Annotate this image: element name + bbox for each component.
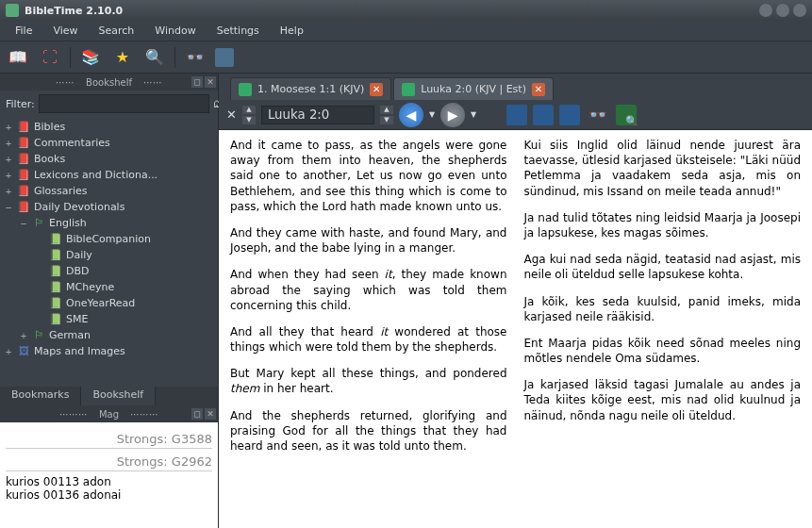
document-tabs: 1. Moosese 1:1 (KJV) ✕ Luuka 2:0 (KJV | … xyxy=(219,74,812,100)
book-icon xyxy=(402,83,415,96)
doc-tab-2[interactable]: Luuka 2:0 (KJV | Est) ✕ xyxy=(393,77,554,100)
app-icon xyxy=(6,4,19,17)
verse-left-3: And when they had seen it, they made kno… xyxy=(230,267,507,313)
tree-maps[interactable]: +🖼Maps and Images xyxy=(0,343,218,359)
filter-label: Filter: xyxy=(6,98,35,110)
verse-right-2: Ja nad tulid tõtates ning leidsid Maarja… xyxy=(524,210,802,240)
main-toolbar: 📖 ⛶ 📚 ★ 🔍 👓 xyxy=(0,41,812,74)
tab-bookshelf[interactable]: Bookshelf xyxy=(81,387,156,405)
title-bar: BibleTime 2.10.0 xyxy=(0,0,812,21)
content-area: 1. Moosese 1:1 (KJV) ✕ Luuka 2:0 (KJV | … xyxy=(219,74,812,528)
verse-left-2: And they came with haste, and found Mary… xyxy=(230,225,507,256)
tree-dev-biblecompanion[interactable]: 📗BibleCompanion xyxy=(0,231,218,247)
mag-title: Mag xyxy=(99,409,119,420)
menu-view[interactable]: View xyxy=(43,23,87,39)
window-controls xyxy=(759,4,806,17)
display-options-button[interactable]: 👓 xyxy=(586,103,610,127)
book-icon xyxy=(239,83,252,96)
fwd-dropdown-icon[interactable]: ▼ xyxy=(471,110,476,119)
tree-bibles[interactable]: +📕Bibles xyxy=(0,119,218,135)
mag-line-1: kurios 00113 adon xyxy=(6,475,212,488)
open-book-button[interactable]: 📖 xyxy=(6,45,30,70)
strong-1[interactable]: Strongs: G3588 xyxy=(6,432,212,449)
back-dropdown-icon[interactable]: ▼ xyxy=(429,110,435,119)
tree-dev-daily[interactable]: 📗Daily xyxy=(0,247,218,263)
menu-bar: File View Search Window Settings Help xyxy=(0,21,812,41)
remove-module-icon[interactable]: ✕ xyxy=(226,107,237,122)
content-toolbar: ✕ ▲▼ ▲▼ ◀ ▼ ▶ ▼ 👓 🔍 xyxy=(219,100,812,130)
tree-commentaries[interactable]: +📕Commentaries xyxy=(0,135,218,151)
module-2-button[interactable] xyxy=(533,105,554,125)
verse-right-5: Ent Maarja pidas kõik need sõnad meeles … xyxy=(524,336,802,366)
search-works-button[interactable]: 👓 xyxy=(183,45,207,70)
tree-german[interactable]: +🏳German xyxy=(0,327,218,343)
doc-tab-1[interactable]: 1. Moosese 1:1 (KJV) ✕ xyxy=(230,77,391,100)
tree-devotionals[interactable]: −📕Daily Devotionals xyxy=(0,199,218,215)
doc-tab-2-close[interactable]: ✕ xyxy=(532,83,545,96)
tree-dev-sme[interactable]: 📗SME xyxy=(0,311,218,327)
mag-float-button[interactable]: ◻ xyxy=(191,408,203,420)
close-button[interactable] xyxy=(793,4,806,17)
tree-english[interactable]: −🏳English xyxy=(0,215,218,231)
nav-back-button[interactable]: ◀ xyxy=(399,103,423,127)
menu-file[interactable]: File xyxy=(6,23,41,39)
menu-help[interactable]: Help xyxy=(271,23,313,39)
verse-left-1: And it came to pass, as the angels were … xyxy=(230,138,507,214)
bookshelf-panel-header: ⋯⋯ Bookshelf ⋯⋯ ◻✕ xyxy=(0,74,218,91)
menu-search[interactable]: Search xyxy=(90,23,144,39)
doc-tab-1-label: 1. Moosese 1:1 (KJV) xyxy=(257,83,364,95)
doc-tab-2-label: Luuka 2:0 (KJV | Est) xyxy=(421,83,526,95)
search-content-button[interactable]: 🔍 xyxy=(616,105,637,125)
nav-forward-button[interactable]: ▶ xyxy=(440,103,465,127)
verse-right-6: Ja karjased läksid tagasi Jumalale au an… xyxy=(524,377,802,423)
filter-input[interactable] xyxy=(39,94,209,113)
minimize-button[interactable] xyxy=(759,4,772,17)
bookshelf-button[interactable]: 📚 xyxy=(78,45,103,70)
location-spinner[interactable]: ▲▼ xyxy=(380,105,393,125)
fullscreen-button[interactable]: ⛶ xyxy=(38,45,62,70)
verse-left-5: But Mary kept all these things, and pond… xyxy=(230,366,507,396)
strong-2[interactable]: Strongs: G2962 xyxy=(6,454,212,471)
works-button[interactable] xyxy=(215,48,234,67)
module-1-button[interactable] xyxy=(506,105,527,125)
mag-panel-header: ⋯⋯⋯ Mag ⋯⋯⋯ ◻✕ xyxy=(0,405,218,422)
right-column: Kui siis Inglid olid läinud nende juures… xyxy=(524,138,802,520)
window-title: BibleTime 2.10.0 xyxy=(25,5,759,17)
verse-left-4: And all they that heard it wondered at t… xyxy=(230,324,507,355)
menu-settings[interactable]: Settings xyxy=(207,23,269,39)
mag-panel: ⋯⋯⋯ Mag ⋯⋯⋯ ◻✕ Strongs: G3588 Strongs: G… xyxy=(0,405,218,528)
mag-close-button[interactable]: ✕ xyxy=(205,408,216,420)
bookmarks-button[interactable]: ★ xyxy=(110,45,135,70)
module-3-button[interactable] xyxy=(559,105,580,125)
module-spinner[interactable]: ▲▼ xyxy=(242,105,256,125)
mag-line-2: kurios 00136 adonai xyxy=(6,488,212,502)
mag-content: Strongs: G3588 Strongs: G2962 kurios 001… xyxy=(0,422,218,528)
maximize-button[interactable] xyxy=(776,4,789,17)
sidebar-tabs: Bookmarks Bookshelf xyxy=(0,387,218,405)
doc-tab-1-close[interactable]: ✕ xyxy=(370,83,383,96)
tree-glossaries[interactable]: +📕Glossaries xyxy=(0,183,218,199)
tab-bookmarks[interactable]: Bookmarks xyxy=(0,387,81,405)
verse-left-6: And the shepherds returned, glorifying a… xyxy=(230,408,507,454)
location-input[interactable] xyxy=(261,106,374,124)
left-column: And it came to pass, as the angels were … xyxy=(230,138,507,520)
tree-lexicons[interactable]: +📕Lexicons and Dictiona... xyxy=(0,167,218,183)
tree-dev-dbd[interactable]: 📗DBD xyxy=(0,263,218,279)
verses-pane[interactable]: And it came to pass, as the angels were … xyxy=(219,130,812,528)
menu-window[interactable]: Window xyxy=(145,23,205,39)
panel-float-button[interactable]: ◻ xyxy=(191,76,203,88)
verse-right-1: Kui siis Inglid olid läinud nende juures… xyxy=(524,138,802,199)
verse-right-4: Ja kõik, kes seda kuulsid, panid imeks, … xyxy=(524,294,802,324)
tree-dev-oneyearread[interactable]: 📗OneYearRead xyxy=(0,295,218,311)
magnifier-button[interactable]: 🔍 xyxy=(142,45,167,70)
panel-close-button[interactable]: ✕ xyxy=(205,76,216,88)
sidebar: ⋯⋯ Bookshelf ⋯⋯ ◻✕ Filter: 🗂 ↻ +📕Bibles … xyxy=(0,74,219,528)
bookshelf-tree[interactable]: +📕Bibles +📕Commentaries +📕Books +📕Lexico… xyxy=(0,117,218,387)
verse-right-3: Aga kui nad seda nägid, teatasid nad asj… xyxy=(524,252,802,282)
tree-dev-mcheyne[interactable]: 📗MCheyne xyxy=(0,279,218,295)
tree-books[interactable]: +📕Books xyxy=(0,151,218,167)
bookshelf-title: Bookshelf xyxy=(86,77,132,88)
